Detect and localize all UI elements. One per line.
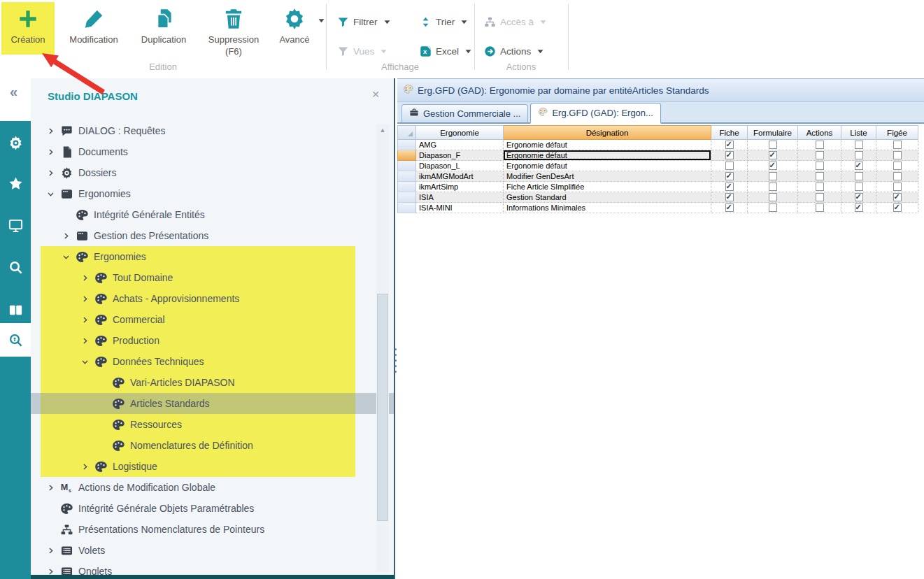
cell-formulaire[interactable]	[748, 192, 798, 203]
cell-designation[interactable]: Informations Minimales	[504, 203, 711, 213]
tree-item[interactable]: Achats - Approvisionnements	[31, 288, 394, 309]
checkbox-unchecked[interactable]	[816, 183, 824, 191]
checkbox-checked[interactable]	[855, 193, 863, 201]
checkbox-unchecked[interactable]	[816, 172, 824, 180]
cell-liste[interactable]	[841, 140, 876, 150]
checkbox-unchecked[interactable]	[893, 172, 902, 180]
layout-panels-icon[interactable]	[0, 294, 31, 325]
checkbox-unchecked[interactable]	[769, 172, 777, 180]
modification-button[interactable]: Modification	[59, 2, 129, 45]
vues-dropdown-caret[interactable]	[381, 49, 387, 54]
checkbox-unchecked[interactable]	[855, 172, 863, 180]
tree-item[interactable]: Commercial	[31, 309, 394, 330]
tree-item[interactable]: Vari-Articles DIAPASON	[31, 372, 394, 393]
tree-item[interactable]: Tout Domaine	[31, 267, 394, 288]
checkbox-unchecked[interactable]	[893, 162, 902, 170]
chevron-right-icon[interactable]	[80, 294, 94, 304]
chevron-right-icon[interactable]	[80, 462, 94, 472]
chevron-down-icon[interactable]	[46, 189, 60, 199]
row-selector[interactable]	[397, 182, 416, 192]
cell-fiche[interactable]	[711, 192, 748, 203]
chevron-right-icon[interactable]	[46, 126, 60, 136]
column-header-ergonomie[interactable]: Ergonomie	[416, 125, 504, 140]
cell-actions[interactable]	[798, 182, 841, 192]
row-selector[interactable]	[397, 140, 416, 150]
cell-formulaire[interactable]	[748, 171, 798, 182]
checkbox-unchecked[interactable]	[769, 183, 777, 191]
monitor-icon[interactable]	[0, 210, 31, 241]
scrollbar-thumb[interactable]	[377, 294, 388, 521]
row-selector[interactable]	[397, 203, 416, 213]
chevron-right-icon[interactable]	[80, 336, 94, 346]
checkbox-checked[interactable]	[725, 141, 734, 149]
tree-item[interactable]: Dossiers	[31, 162, 394, 183]
cell-actions[interactable]	[798, 150, 841, 161]
tree-item[interactable]: Intégrité Générale Objets Paramétrables	[31, 498, 394, 519]
checkbox-unchecked[interactable]	[855, 141, 863, 149]
tree-item[interactable]: Volets	[31, 540, 394, 561]
row-selector[interactable]	[397, 150, 416, 161]
cell-actions[interactable]	[798, 192, 841, 203]
select-all-header[interactable]	[397, 125, 416, 140]
cell-figée[interactable]	[876, 182, 918, 192]
tree-item[interactable]: Présentations Nomenclatures de Pointeurs	[31, 519, 394, 540]
cell-fiche[interactable]	[711, 161, 748, 171]
column-header-formulaire[interactable]: Formulaire	[748, 125, 798, 140]
cell-designation[interactable]: Fiche Article SImplifiée	[504, 182, 711, 192]
tree-item[interactable]: MsActions de Modification Globale	[31, 477, 394, 498]
cell-designation[interactable]: Gestion Standard	[504, 192, 711, 203]
tree-item[interactable]: Gestion des Présentations	[31, 225, 394, 246]
collapse-panel-button[interactable]: «	[10, 84, 17, 100]
tree-item[interactable]: Ressources	[31, 414, 394, 435]
tree-scrollbar[interactable]: ▲	[376, 124, 389, 572]
checkbox-unchecked[interactable]	[769, 203, 777, 212]
cell-ergonomie[interactable]: ikmAMGModArt	[416, 171, 504, 182]
cell-figée[interactable]	[876, 192, 918, 203]
checkbox-unchecked[interactable]	[855, 183, 863, 191]
actions-dropdown-caret[interactable]	[537, 49, 543, 54]
column-header-figée[interactable]: Figée	[876, 125, 918, 140]
checkbox-checked[interactable]	[725, 193, 734, 201]
cell-fiche[interactable]	[711, 140, 748, 150]
tree-item[interactable]: Documents	[31, 141, 394, 162]
chevron-right-icon[interactable]	[46, 147, 60, 157]
tree-item[interactable]: Articles Standards	[31, 393, 394, 414]
chevron-right-icon[interactable]	[46, 168, 60, 178]
checkbox-checked[interactable]	[855, 162, 863, 170]
checkbox-checked[interactable]	[725, 151, 734, 159]
filtrer-dropdown-caret[interactable]	[384, 20, 390, 24]
tree-item[interactable]: Production	[31, 330, 394, 351]
checkbox-checked[interactable]	[893, 193, 902, 201]
tree-item[interactable]: DIALOG : Requêtes	[31, 120, 394, 141]
cell-figée[interactable]	[876, 161, 918, 171]
settings-wheel-icon[interactable]	[0, 127, 31, 158]
cell-formulaire[interactable]	[748, 150, 798, 161]
checkbox-checked[interactable]	[769, 151, 777, 159]
cell-fiche[interactable]	[711, 171, 748, 182]
creation-button[interactable]: Création	[1, 2, 55, 55]
chevron-down-icon[interactable]	[62, 252, 76, 262]
avance-button[interactable]: Avancé	[273, 2, 316, 45]
column-header-fiche[interactable]: Fiche	[711, 125, 748, 140]
duplication-button[interactable]: Duplication	[132, 2, 196, 45]
cell-fiche[interactable]	[711, 150, 748, 161]
checkbox-unchecked[interactable]	[893, 141, 902, 149]
acces-a-button[interactable]: Accès à	[484, 14, 546, 29]
checkbox-unchecked[interactable]	[816, 193, 824, 201]
row-selector[interactable]	[397, 171, 416, 182]
chevron-right-icon[interactable]	[80, 273, 94, 283]
checkbox-unchecked[interactable]	[855, 151, 863, 159]
cell-actions[interactable]	[798, 161, 841, 171]
cell-actions[interactable]	[798, 203, 841, 213]
cell-ergonomie[interactable]: ikmArtSimp	[416, 182, 504, 192]
checkbox-unchecked[interactable]	[816, 151, 824, 159]
checkbox-unchecked[interactable]	[816, 162, 824, 170]
tab-gestion-commerciale[interactable]: Gestion Commerciale ...	[401, 104, 528, 122]
cell-fiche[interactable]	[711, 182, 748, 192]
cell-figée[interactable]	[876, 150, 918, 161]
trier-button[interactable]: Trier	[420, 14, 467, 29]
chevron-right-icon[interactable]	[80, 315, 94, 325]
column-header-designation[interactable]: Désignation	[504, 125, 711, 140]
filtrer-button[interactable]: Filtrer	[337, 14, 390, 29]
avance-dropdown-caret[interactable]	[318, 18, 325, 23]
